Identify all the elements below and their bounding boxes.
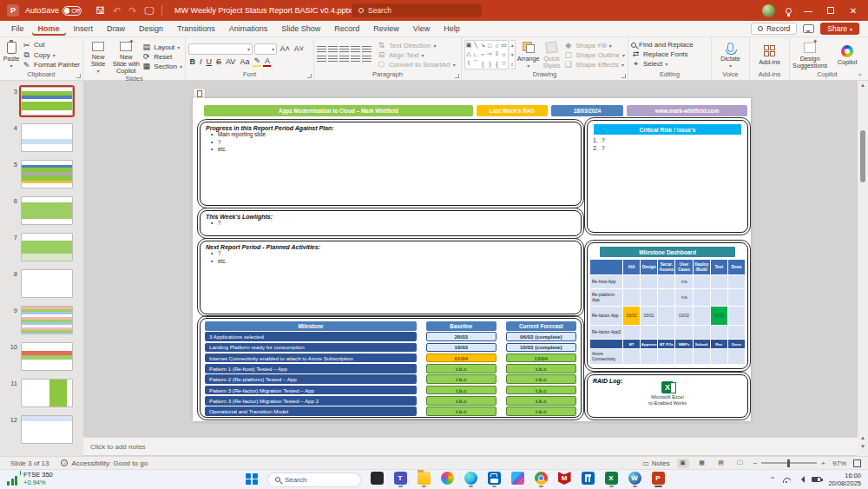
shape-effects-button[interactable]: ❏Shape Effects▾ (563, 60, 625, 69)
slide-thumbnail-5[interactable] (21, 160, 73, 188)
dictate-button[interactable]: Dictate▾ (714, 41, 746, 69)
font-color-icon[interactable]: A (263, 56, 271, 67)
task-view-icon[interactable] (371, 472, 384, 485)
start-slideshow-icon[interactable]: 🖵 (144, 6, 154, 16)
quick-styles-button[interactable]: Quick Styles (542, 41, 562, 69)
forecast-cell[interactable]: t.b.c (506, 374, 576, 384)
character-spacing-icon[interactable]: AV (225, 57, 237, 66)
close-button[interactable]: ✕ (847, 6, 859, 16)
battery-icon[interactable] (812, 477, 821, 482)
shape-glyph[interactable]: ▣ (466, 42, 472, 49)
shape-glyph[interactable]: ( (482, 61, 483, 67)
tab-help[interactable]: Help (437, 22, 466, 36)
powerpoint-app-icon[interactable]: P (7, 4, 19, 17)
shape-glyph[interactable]: ╲ (474, 42, 477, 49)
grow-font-icon[interactable]: A˄ (279, 44, 291, 53)
line-spacing-icon[interactable] (362, 46, 372, 54)
bullets-icon[interactable] (317, 46, 326, 54)
slide-banner[interactable]: 18/03/2024 (551, 105, 623, 116)
store-icon[interactable] (488, 472, 501, 485)
tab-file[interactable]: File (5, 22, 30, 36)
font-name-input[interactable]: ▾ (188, 43, 253, 55)
shape-glyph[interactable]: ⌂ (502, 51, 505, 57)
underline-button[interactable]: U (205, 57, 214, 66)
shape-glyph[interactable]: ) (489, 61, 490, 67)
slide-thumbnail-10[interactable] (21, 342, 73, 371)
raid-log-box[interactable]: RAID Log: X Microsoft Excelro-Enabled Wo… (587, 374, 748, 418)
vertical-scrollbar[interactable]: ▲ ▲ ▼ (858, 81, 868, 456)
lightbulb-icon[interactable] (786, 8, 792, 14)
previous-slide-button[interactable]: ▲ (858, 435, 868, 440)
shape-glyph[interactable]: ▭ (501, 42, 507, 49)
section-button[interactable]: ▦Section▾ (141, 62, 182, 70)
slideshow-view-button[interactable]: 🖵 (734, 459, 746, 468)
shrink-font-icon[interactable]: A˅ (293, 44, 305, 53)
addins-button[interactable]: Add-ins (753, 44, 786, 66)
text-direction-button[interactable]: ⇅Text Direction▾ (377, 41, 456, 50)
slide-thumbnail-6[interactable] (21, 196, 73, 225)
new-slide-button[interactable]: New Slide▾ (86, 39, 110, 74)
baseline-cell[interactable]: t.b.c (426, 364, 496, 373)
forecast-cell[interactable]: 16/03 (complete) (506, 343, 576, 353)
redo-icon[interactable]: ↷ (128, 6, 136, 16)
bold-button[interactable]: B (188, 57, 197, 66)
forecast-cell[interactable]: t.b.c (506, 396, 576, 406)
news-widget[interactable]: FTSE 350 +0.94% (7, 472, 53, 486)
milestone-name-cell[interactable]: 3 Applications selected (205, 332, 417, 341)
milestone-dashboard-box[interactable]: Milestone Dashboard AIADesignSecur. Asse… (587, 242, 748, 369)
progress-box[interactable]: Progress in this Report Period Against P… (200, 122, 582, 206)
format-painter-button[interactable]: ✎Format Painter (22, 61, 80, 69)
next-slide-button[interactable]: ▼ (858, 444, 868, 449)
slide-sorter-view-button[interactable]: ▦ (696, 459, 708, 468)
tab-transitions[interactable]: Transitions (171, 22, 221, 36)
scrollbar-thumb[interactable] (860, 130, 865, 182)
accessibility-checker[interactable]: ✓Accessibility: Good to go (61, 459, 148, 467)
milestone-name-cell[interactable]: Internet Connectivity enabled to attach … (205, 354, 417, 363)
milestone-name-cell[interactable]: Pattern 1 (Re-host) Tested – App (205, 364, 417, 373)
file-explorer-icon[interactable] (418, 472, 431, 485)
shape-gallery-scroll[interactable]: ▲▼≡ (510, 40, 516, 69)
shape-glyph[interactable]: ↘ (480, 42, 485, 49)
font-size-input[interactable]: ▾ (254, 43, 277, 55)
notes-pane[interactable]: Click to add notes (83, 437, 858, 455)
slide-thumbnail-7[interactable] (21, 233, 73, 261)
critical-risk-box[interactable]: Critical Risk / Issue's 1.?2.? (587, 120, 748, 233)
zoom-out-icon[interactable]: − (753, 459, 758, 467)
notes-toggle-button[interactable]: ▭Notes (642, 459, 669, 467)
shape-fill-button[interactable]: ◆Shape Fill▾ (563, 41, 625, 50)
record-button[interactable]: Record (751, 23, 797, 35)
italic-button[interactable]: I (199, 57, 204, 66)
wifi-icon[interactable] (782, 477, 791, 483)
clipboard-dialog-launcher[interactable] (76, 74, 81, 78)
excel-icon[interactable]: X (605, 472, 618, 485)
shape-glyph[interactable]: ⌒ (473, 59, 479, 68)
change-case-icon[interactable]: Aa (239, 57, 251, 66)
fit-slide-icon[interactable] (853, 459, 861, 467)
highlight-color-icon[interactable]: ✎ (253, 56, 262, 67)
tab-design[interactable]: Design (133, 22, 169, 36)
design-suggestions-button[interactable]: Design Suggestions (792, 41, 827, 69)
copilot-button[interactable]: Copilot (832, 44, 862, 66)
forecast-cell[interactable]: t.b.c (506, 364, 576, 373)
tab-review[interactable]: Review (367, 22, 405, 36)
powerpoint-icon[interactable]: P (652, 472, 665, 485)
shape-glyph[interactable]: ☆ (501, 60, 506, 67)
lowlights-box[interactable]: This Week's Lowlights: •? (200, 210, 582, 236)
collapse-ribbon-icon[interactable]: ⌄ (857, 69, 863, 77)
milestone-name-cell[interactable]: Operational and Transition Model (205, 406, 417, 416)
slide-thumbnail-11[interactable] (21, 379, 73, 407)
paste-button[interactable]: Paste▾ (3, 41, 20, 69)
comments-icon[interactable] (803, 24, 814, 33)
mcafee-icon[interactable]: M (558, 472, 571, 485)
shape-glyph[interactable]: ⇨ (487, 50, 492, 57)
shape-outline-button[interactable]: ▢Shape Outline▾ (563, 50, 625, 59)
tab-home[interactable]: Home (32, 22, 66, 36)
slide-thumbnail-3[interactable] (21, 87, 73, 116)
milestone-name-cell[interactable]: Pattern 2 (Re-platform) Tested – App (205, 374, 417, 384)
reset-button[interactable]: ⟳Reset (141, 52, 182, 61)
baseline-cell[interactable]: t.b.c (426, 396, 496, 406)
shape-glyph[interactable]: ⌐ (481, 51, 484, 57)
slide-thumbnail-8[interactable] (21, 269, 73, 298)
chrome-icon[interactable] (535, 472, 548, 485)
increase-indent-icon[interactable] (351, 46, 360, 54)
